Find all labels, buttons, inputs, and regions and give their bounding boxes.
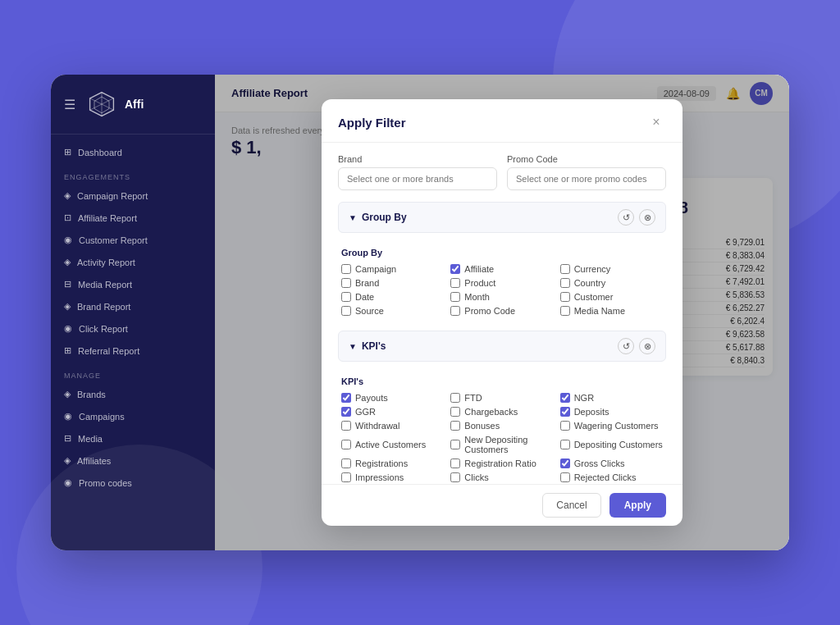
modal-body: Brand Promo Code ▼ Group By — [322, 143, 682, 484]
checkbox-campaign[interactable] — [341, 264, 351, 274]
promo-input[interactable] — [507, 167, 666, 190]
sidebar-item-media-report[interactable]: ⊟ Media Report — [51, 273, 215, 295]
customer-icon: ◉ — [64, 235, 72, 245]
media-icon: ⊟ — [64, 279, 71, 290]
kpi-checkbox-gross-clicks[interactable] — [560, 458, 570, 468]
cancel-button[interactable]: Cancel — [542, 493, 600, 518]
sidebar-item-customer-report[interactable]: ◉ Customer Report — [51, 229, 215, 251]
promo-icon: ◉ — [64, 477, 72, 488]
affiliates-icon: ◈ — [64, 455, 71, 466]
app-title: Affi — [125, 98, 144, 111]
kpi-checkbox-withdrawal[interactable] — [341, 421, 351, 431]
kpi-checkbox-registration-ratio[interactable] — [450, 458, 460, 468]
brand-input[interactable] — [338, 167, 497, 190]
kpis-refresh-icon[interactable]: ↺ — [618, 338, 634, 354]
checkbox-product[interactable] — [450, 278, 460, 288]
kpi-checkbox-item: Chargebacks — [450, 407, 553, 417]
checkbox-item: Media Name — [560, 306, 663, 316]
kpis-clear-icon[interactable]: ⊗ — [639, 338, 655, 354]
checkbox-currency[interactable] — [560, 264, 570, 274]
sidebar-item-referral-report[interactable]: ⊞ Referral Report — [51, 340, 215, 362]
brand-field: Brand — [338, 154, 497, 190]
group-by-body-title: Group By — [341, 248, 663, 258]
sidebar-item-affiliate-report[interactable]: ⊡ Affiliate Report — [51, 207, 215, 229]
dashboard-icon: ⊞ — [64, 147, 71, 157]
sidebar-item-affiliates[interactable]: ◈ Affiliates — [51, 449, 215, 472]
brand-icon: ◈ — [64, 301, 71, 312]
activity-icon: ◈ — [64, 257, 71, 267]
kpi-checkbox-item: Gross Clicks — [560, 458, 663, 468]
clear-icon[interactable]: ⊗ — [639, 209, 655, 226]
checkbox-month[interactable] — [450, 292, 460, 302]
kpi-checkbox-ftd[interactable] — [450, 393, 460, 403]
kpi-checkbox-ggr[interactable] — [341, 407, 351, 417]
kpi-checkbox-item: Deposits — [560, 407, 663, 417]
kpi-checkbox-active-customers[interactable] — [341, 440, 351, 449]
sidebar: ☰ Affi ⊞ Dashboard ENGAGEMENTS ◈ Campaig… — [51, 75, 215, 550]
kpi-checkbox-item: Active Customers — [341, 435, 444, 454]
kpi-checkbox-new-depositing-customers[interactable] — [450, 440, 460, 449]
sidebar-item-brand-report[interactable]: ◈ Brand Report — [51, 295, 215, 317]
kpi-checkbox-item: Rejected Clicks — [560, 472, 663, 482]
modal-overlay: Apply Filter × Brand Promo Code — [215, 75, 789, 550]
campaign-icon: ◈ — [64, 190, 71, 201]
modal-title: Apply Filter — [338, 116, 406, 130]
kpi-checkbox-registrations[interactable] — [341, 458, 351, 468]
sidebar-item-media[interactable]: ⊟ Media — [51, 427, 215, 449]
kpis-section-header[interactable]: ▼ KPI's ↺ ⊗ — [338, 331, 666, 362]
kpis-label: KPI's — [362, 340, 386, 352]
apply-button[interactable]: Apply — [609, 493, 666, 518]
kpis-chevron-icon: ▼ — [349, 342, 357, 351]
sidebar-item-brands[interactable]: ◈ Brands — [51, 383, 215, 405]
sidebar-item-click-report[interactable]: ◉ Click Report — [51, 317, 215, 340]
checkbox-affiliate[interactable] — [450, 264, 460, 274]
checkbox-date[interactable] — [341, 292, 351, 302]
checkbox-item: Currency — [560, 264, 663, 274]
close-icon[interactable]: × — [646, 112, 666, 132]
kpi-checkbox-deposits[interactable] — [560, 407, 570, 417]
sidebar-item-activity-report[interactable]: ◈ Activity Report — [51, 251, 215, 273]
hamburger-icon[interactable]: ☰ — [64, 97, 75, 112]
chevron-down-icon: ▼ — [349, 213, 357, 222]
sidebar-item-campaigns[interactable]: ◉ Campaigns — [51, 405, 215, 427]
checkbox-item: Affiliate — [450, 264, 553, 274]
kpis-body-title: KPI's — [341, 376, 663, 386]
checkbox-source[interactable] — [341, 306, 351, 316]
kpi-checkbox-payouts[interactable] — [341, 393, 351, 403]
kpi-checkbox-bonuses[interactable] — [450, 421, 460, 431]
main-content: Affiliate Report 2024-08-09 🔔 CM Data is… — [215, 75, 789, 550]
promo-label: Promo Code — [507, 154, 666, 164]
kpi-checkbox-item: Wagering Customers — [560, 421, 663, 431]
kpi-checkbox-depositing-customers[interactable] — [560, 440, 570, 449]
kpi-checkbox-rejected-clicks[interactable] — [560, 472, 570, 482]
manage-label: MANAGE — [51, 362, 215, 383]
apply-filter-modal: Apply Filter × Brand Promo Code — [322, 99, 682, 526]
checkbox-customer[interactable] — [560, 292, 570, 302]
modal-header: Apply Filter × — [322, 99, 682, 143]
kpi-checkbox-item: GGR — [341, 407, 444, 417]
kpi-checkbox-item: Payouts — [341, 393, 444, 403]
checkbox-promo-code[interactable] — [450, 306, 460, 316]
kpi-checkbox-wagering-customers[interactable] — [560, 421, 570, 431]
group-by-section-header[interactable]: ▼ Group By ↺ ⊗ — [338, 202, 666, 233]
checkbox-item: Promo Code — [450, 306, 553, 316]
affiliate-icon: ⊡ — [64, 212, 71, 223]
engagements-label: ENGAGEMENTS — [51, 163, 215, 185]
checkbox-brand[interactable] — [341, 278, 351, 288]
checkbox-media-name[interactable] — [560, 306, 570, 316]
kpi-checkbox-chargebacks[interactable] — [450, 407, 460, 417]
checkbox-item: Month — [450, 292, 553, 302]
sidebar-item-campaign-report[interactable]: ◈ Campaign Report — [51, 185, 215, 207]
sidebar-item-promo-codes[interactable]: ◉ Promo codes — [51, 472, 215, 494]
kpi-checkbox-item: NGR — [560, 393, 663, 403]
kpi-checkbox-ngr[interactable] — [560, 393, 570, 403]
group-by-checkboxes: CampaignAffiliateCurrencyBrandProductCou… — [341, 264, 663, 316]
brands-icon: ◈ — [64, 389, 71, 399]
checkbox-country[interactable] — [560, 278, 570, 288]
sidebar-item-dashboard[interactable]: ⊞ Dashboard — [51, 141, 215, 163]
refresh-icon[interactable]: ↺ — [618, 209, 634, 226]
filter-fields-row: Brand Promo Code — [338, 154, 666, 190]
kpi-checkbox-clicks[interactable] — [450, 472, 460, 482]
kpis-checkboxes: PayoutsFTDNGRGGRChargebacksDepositsWithd… — [341, 393, 663, 484]
kpi-checkbox-impressions[interactable] — [341, 472, 351, 482]
